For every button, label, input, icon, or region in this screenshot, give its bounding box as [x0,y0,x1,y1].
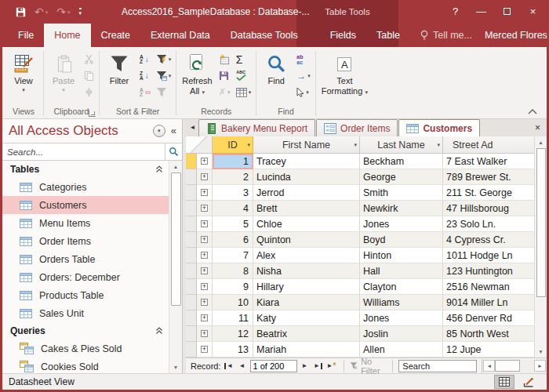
sidebar-item-orders-table[interactable]: Orders Table [2,250,169,268]
collapse-group-icon[interactable] [155,165,163,173]
sidebar-item-categories[interactable]: Categories [2,178,169,196]
scrollbar-thumb[interactable] [495,360,520,372]
cell-first-name[interactable]: Lucinda [253,169,360,185]
scroll-right-icon[interactable]: ► [534,360,546,372]
toggle-filter-button[interactable] [155,84,173,100]
cell-first-name[interactable]: Quinton [253,232,360,248]
column-header-first-name[interactable]: First Name ▾ [253,136,360,154]
goto-button[interactable]: → ▾ [295,67,312,84]
totals-button[interactable]: Σ [235,51,253,67]
cell-street[interactable]: 7 East Walker [443,154,534,169]
expand-icon[interactable]: + [201,299,208,306]
cell-last-name[interactable]: Newkirk [360,201,443,216]
column-dropdown-icon[interactable]: ▾ [354,142,357,148]
cell-first-name[interactable]: Alex [253,248,360,263]
tab-create[interactable]: Create [91,24,141,47]
expand-icon[interactable]: + [201,189,208,196]
filter-status-button[interactable]: No Filter [350,357,385,376]
new-blank-record-button[interactable]: ►* [326,361,337,370]
record-selector[interactable] [186,295,197,310]
record-search-input[interactable] [398,360,477,372]
tab-home[interactable]: Home [44,24,90,47]
scrollbar-thumb[interactable] [171,172,181,306]
navigation-search-input[interactable] [2,143,165,160]
record-selector[interactable] [186,248,197,263]
design-view-button[interactable] [518,375,539,389]
cell-street[interactable]: 12 Jupe [443,342,534,358]
customize-qat-button[interactable]: ▾ [79,8,82,16]
cell-id[interactable]: 2 [213,169,253,185]
column-dropdown-icon[interactable]: ▾ [437,142,440,148]
cell-last-name[interactable]: Hall [360,263,443,279]
column-header-id[interactable]: ID ▾ [213,136,253,154]
filter-button[interactable]: Filter [103,49,136,86]
cell-id[interactable]: 7 [213,248,253,263]
record-selector[interactable] [186,342,197,358]
cell-street[interactable]: 456 Denver Rd [443,310,534,326]
sidebar-item-orders-december[interactable]: Orders: December [2,268,169,286]
cell-last-name[interactable]: Boyd [360,232,443,248]
paste-button[interactable]: Paste ▾ [47,49,80,93]
select-button[interactable]: ▾ [295,84,312,100]
cut-button[interactable] [82,51,96,67]
column-dropdown-icon[interactable]: ▾ [247,142,250,148]
expand-icon[interactable]: + [201,314,208,321]
cell-first-name[interactable]: Katy [253,310,360,326]
format-painter-button[interactable] [82,84,96,100]
cell-id[interactable]: 3 [213,185,253,201]
shutter-bar-close-button[interactable]: « [171,125,176,137]
scrollbar-thumb[interactable] [536,148,546,297]
record-selector[interactable] [186,154,197,169]
horizontal-scrollbar[interactable]: ◄ ► [482,359,547,373]
cell-last-name[interactable]: Beckham [360,154,443,169]
record-selector[interactable] [186,232,197,248]
undo-button[interactable]: ↶ ▾ [35,6,48,17]
cell-last-name[interactable]: Allen [360,342,443,358]
previous-record-button[interactable]: ◄ [237,362,248,369]
cell-last-name[interactable]: Joslin [360,326,443,342]
scroll-up-icon[interactable]: ▲ [169,161,182,172]
cell-last-name[interactable]: Williams [360,295,443,310]
tab-order-items[interactable]: Order Items [316,119,398,136]
expand-cell[interactable]: + [197,185,213,201]
expand-icon[interactable]: + [201,236,208,243]
cell-street[interactable]: 47 Hillsboroug [443,201,534,216]
new-record-button[interactable] [217,51,232,67]
expand-cell[interactable]: + [197,310,213,326]
expand-cell[interactable]: + [197,232,213,248]
user-account[interactable]: Merced Flores [485,24,547,47]
cell-street[interactable]: 85 North West [443,326,534,342]
redo-button[interactable]: ↷ ▾ [56,6,70,17]
expand-cell[interactable]: + [197,248,213,263]
expand-cell[interactable]: + [197,342,213,358]
tab-external-data[interactable]: External Data [140,24,220,47]
advanced-filter-button[interactable]: ▾ [155,67,173,84]
sidebar-item-order-items[interactable]: Order Items [2,232,169,250]
expand-cell[interactable]: + [197,154,213,169]
tab-fields[interactable]: Fields [320,24,366,47]
expand-cell[interactable]: + [197,216,213,232]
cell-first-name[interactable]: Brett [253,201,360,216]
cell-last-name[interactable]: Jones [360,216,443,232]
record-selector[interactable] [186,326,197,342]
expand-icon[interactable]: + [201,330,208,337]
select-all-cell[interactable] [186,136,213,154]
cell-last-name[interactable]: Hinton [360,248,443,263]
datasheet-view-button[interactable] [494,375,514,389]
cell-street[interactable]: 23 Solo Ln. [443,216,534,232]
cell-id[interactable]: 4 [213,201,253,216]
tab-database-tools[interactable]: Database Tools [220,24,308,47]
close-button[interactable]: × [520,0,546,24]
save-record-button[interactable] [217,67,232,84]
collapse-group-icon[interactable] [155,327,163,335]
tab-file[interactable]: File [8,24,44,47]
tab-customers[interactable]: Customers [398,119,480,136]
last-record-button[interactable]: ► [313,362,324,369]
vertical-scrollbar[interactable]: ▲ ▼ [534,136,547,358]
cell-first-name[interactable]: Mariah [253,342,360,358]
cell-street[interactable]: 4 Cypress Cr. [443,232,534,248]
navigation-pane-menu-button[interactable]: ▾ [153,125,165,137]
expand-icon[interactable]: + [201,205,208,212]
cell-last-name[interactable]: Clayton [360,279,443,295]
tab-table[interactable]: Table [366,24,410,47]
